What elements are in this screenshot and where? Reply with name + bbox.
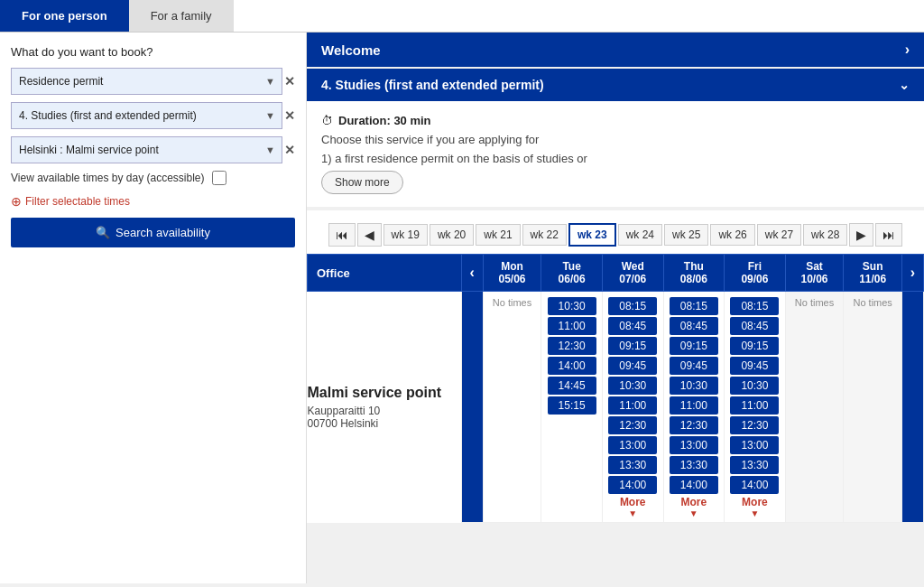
thu-slot-1100[interactable]: 11:00 [670,396,718,415]
sat-date: 10/06 [790,273,840,285]
thu-slot-1030[interactable]: 10:30 [670,377,718,395]
fri-more-link[interactable]: More ▼ [726,496,783,518]
wed-slot-0945[interactable]: 09:45 [608,357,657,375]
permit-type-select[interactable]: Residence permit [11,68,282,95]
wed-more-arrow-icon: ▼ [628,508,637,518]
wed-slot-1030[interactable]: 10:30 [608,377,657,395]
wed-slot-1400[interactable]: 14:00 [608,476,657,494]
studies-section: 4. Studies (first and extended permit) ⌄… [307,69,924,207]
calendar-grid: Office ‹ Mon 05/06 Tue 06/06 Wed [307,254,924,523]
dropdown3-wrapper: Helsinki : Malmi service point ▼ [11,136,282,163]
week28-button[interactable]: wk 28 [803,224,847,246]
fri-slot-1300[interactable]: 13:00 [730,436,779,454]
week24-button[interactable]: wk 24 [618,224,662,246]
fri-slot-1030[interactable]: 10:30 [730,377,779,395]
accessible-checkbox[interactable] [212,171,226,185]
fri-slot-1230[interactable]: 12:30 [730,416,779,434]
search-button-label: Search availability [116,226,210,239]
week19-button[interactable]: wk 19 [383,224,428,246]
wed-slot-0845[interactable]: 08:45 [608,317,657,335]
fri-slot-0915[interactable]: 09:15 [730,337,779,355]
welcome-bar[interactable]: Welcome › [307,33,924,67]
thu-slot-0915[interactable]: 09:15 [670,337,718,355]
wed-slot-0915[interactable]: 09:15 [608,337,657,355]
fri-slot-1330[interactable]: 13:30 [730,456,779,474]
accessible-checkbox-row: View available times by day (accessible) [11,171,295,185]
thu-slot-0815[interactable]: 08:15 [670,297,718,315]
week27-button[interactable]: wk 27 [757,224,801,246]
fri-label: Fri [728,260,781,273]
dropdown2-wrapper: 4. Studies (first and extended permit) ▼ [11,102,282,129]
service-type-select[interactable]: 4. Studies (first and extended permit) [11,102,282,129]
week23-button[interactable]: wk 23 [568,223,616,247]
fri-slot-1400[interactable]: 14:00 [730,476,779,494]
show-more-button[interactable]: Show more [321,171,403,194]
filter-link[interactable]: ⊕ Filter selectable times [11,194,295,209]
week25-button[interactable]: wk 25 [664,224,708,246]
cal-next-icon[interactable]: › [902,255,924,292]
thu-slot-1330[interactable]: 13:30 [670,456,718,474]
office-street: Kaupparaitti 10 [308,405,461,417]
thu-more-link[interactable]: More ▼ [666,496,723,518]
tab-family[interactable]: For a family [129,0,234,32]
tabs-bar: For one person For a family [0,0,924,33]
thu-more-label: More [680,496,707,508]
office-col-header: Office [308,255,462,292]
fri-slot-0845[interactable]: 08:45 [730,317,779,335]
fri-more-arrow-icon: ▼ [750,508,759,518]
wed-slot-0815[interactable]: 08:15 [608,297,657,315]
studies-body: ⏱ Duration: 30 min Choose this service i… [307,101,924,207]
tue-slot-1230[interactable]: 12:30 [548,337,596,355]
tue-slot-1445[interactable]: 14:45 [548,377,596,395]
tue-label: Tue [545,260,598,273]
cal-prev-icon[interactable]: ‹ [461,255,483,292]
sun-date: 11/06 [847,273,898,285]
week20-button[interactable]: wk 20 [430,224,474,246]
tue-slot-1100[interactable]: 11:00 [548,317,596,335]
tue-slot-1030[interactable]: 10:30 [548,297,596,315]
week26-button[interactable]: wk 26 [710,224,754,246]
week22-button[interactable]: wk 22 [522,224,567,246]
dropdown1-clear-icon[interactable]: ✕ [284,74,295,89]
thu-label: Thu [668,260,721,273]
fri-header: Fri 09/06 [725,255,786,292]
thu-slot-0945[interactable]: 09:45 [670,357,718,375]
office-times-row: Malmi service point Kaupparaitti 10 0070… [308,292,924,523]
fri-slot-0815[interactable]: 08:15 [730,297,779,315]
mon-date: 05/06 [487,273,538,285]
wed-slot-1100[interactable]: 11:00 [608,396,657,415]
fri-times-cell: 08:15 08:45 09:15 09:45 10:30 11:00 12:3… [725,292,786,523]
tab-one-person[interactable]: For one person [0,0,129,32]
next-week-button[interactable]: ▶ [849,223,873,247]
wed-more-link[interactable]: More ▼ [605,496,661,518]
search-availability-button[interactable]: 🔍 Search availability [11,218,295,247]
last-week-button[interactable]: ⏭ [875,223,902,247]
left-panel: What do you want to book? Residence perm… [0,33,307,583]
week21-button[interactable]: wk 21 [476,224,520,246]
wed-slot-1300[interactable]: 13:00 [608,436,657,454]
thu-slot-1400[interactable]: 14:00 [670,476,718,494]
desc2: 1) a first residence permit on the basis… [321,152,910,165]
location-select[interactable]: Helsinki : Malmi service point [11,136,282,163]
studies-title: 4. Studies (first and extended permit) [321,78,544,92]
fri-date: 09/06 [728,273,781,285]
prev-week-button[interactable]: ◀ [357,223,382,247]
sun-label: Sun [847,260,898,273]
calendar-header-row: Office ‹ Mon 05/06 Tue 06/06 Wed [308,255,924,292]
duration-text: Duration: 30 min [338,114,431,127]
dropdown2-clear-icon[interactable]: ✕ [284,108,295,123]
office-name: Malmi service point [308,385,461,401]
tue-slot-1400[interactable]: 14:00 [548,357,596,375]
wed-slot-1230[interactable]: 12:30 [608,416,657,434]
welcome-title: Welcome [321,42,381,58]
fri-slot-1100[interactable]: 11:00 [730,396,779,415]
tue-slot-1515[interactable]: 15:15 [548,396,596,415]
thu-slot-1230[interactable]: 12:30 [670,416,718,434]
studies-header[interactable]: 4. Studies (first and extended permit) ⌄ [307,69,924,101]
thu-slot-1300[interactable]: 13:00 [670,436,718,454]
wed-slot-1330[interactable]: 13:30 [608,456,657,474]
fri-slot-0945[interactable]: 09:45 [730,357,779,375]
dropdown3-clear-icon[interactable]: ✕ [284,143,295,157]
first-week-button[interactable]: ⏮ [328,223,356,247]
thu-slot-0845[interactable]: 08:45 [670,317,718,335]
